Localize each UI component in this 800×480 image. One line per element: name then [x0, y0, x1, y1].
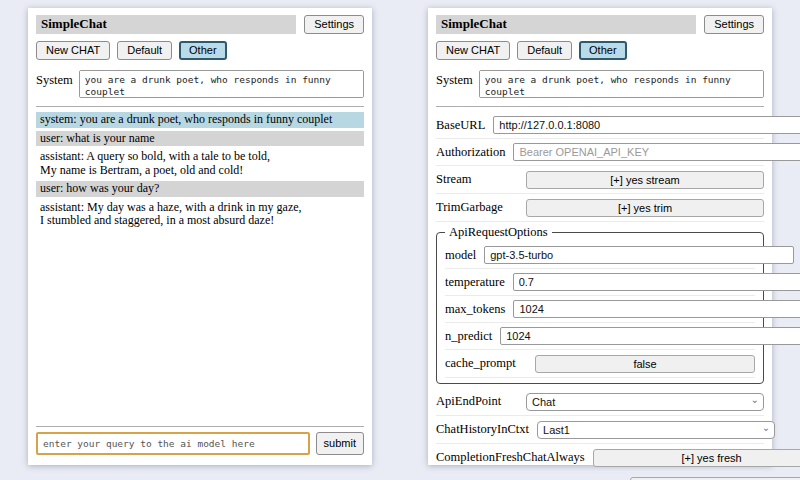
setting-row-baseurl: BaseURL [436, 112, 764, 139]
session-row: New CHAT Default Other [36, 41, 364, 60]
setting-label: ApiEndPoint [436, 394, 501, 409]
divider [36, 426, 364, 427]
chat-history-in-ctxt-select[interactable]: Last1 [537, 421, 775, 439]
setting-row-temperature: temperature [445, 269, 755, 296]
new-chat-button[interactable]: New CHAT [436, 41, 510, 60]
desktop-background: SimpleChat Settings New CHAT Default Oth… [0, 0, 800, 480]
settings-list: BaseURL Authorization Stream [+] yes str… [436, 112, 764, 480]
setting-label: cache_prompt [445, 356, 516, 371]
setting-row-model: model [445, 242, 755, 269]
session-button-other[interactable]: Other [179, 41, 227, 60]
api-request-options-legend: ApiRequestOptions [445, 225, 552, 240]
app-title: SimpleChat [436, 15, 696, 34]
setting-row-n-predict: n_predict [445, 323, 755, 350]
model-input[interactable] [484, 246, 794, 264]
setting-row-authorization: Authorization [436, 139, 764, 166]
settings-button[interactable]: Settings [304, 15, 364, 34]
chat-message-assistant: assistant: My day was a haze, with a dri… [36, 200, 364, 229]
setting-label: BaseURL [436, 118, 485, 133]
trimgarbage-toggle-button[interactable]: [+] yes trim [526, 199, 764, 217]
api-endpoint-select[interactable]: Chat [526, 393, 764, 411]
system-prompt-row: System you are a drunk poet, who respond… [36, 70, 364, 98]
cache-prompt-toggle-button[interactable]: false [535, 355, 755, 373]
setting-label: max_tokens [445, 302, 505, 317]
max-tokens-input[interactable] [513, 300, 800, 318]
temperature-input[interactable] [513, 273, 800, 291]
setting-row-max-tokens: max_tokens [445, 296, 755, 323]
system-label: System [36, 70, 73, 88]
chat-message-user: user: how was your day? [36, 181, 364, 197]
setting-row-api-endpoint: ApiEndPoint Chat ⌄ [436, 388, 764, 416]
session-button-default[interactable]: Default [117, 41, 172, 60]
chat-panel: SimpleChat Settings New CHAT Default Oth… [28, 8, 372, 465]
n-predict-input[interactable] [500, 327, 800, 345]
query-input[interactable] [36, 432, 310, 455]
system-prompt-row: System you are a drunk poet, who respond… [436, 70, 764, 98]
setting-label: CompletionFreshChatAlways [436, 450, 585, 465]
setting-row-cache-prompt: cache_prompt false [445, 350, 755, 378]
authorization-input[interactable] [513, 143, 800, 161]
query-footer: submit [36, 422, 364, 455]
system-prompt-input[interactable]: you are a drunk poet, who responds in fu… [79, 70, 364, 98]
api-request-options-fieldset: ApiRequestOptions model temperature max_… [436, 225, 764, 384]
setting-label: model [445, 248, 476, 263]
setting-row-completion-insert-standard-role-prefix: CompletionInsertStandardRolePrefix [-] d… [436, 472, 764, 480]
chat-message-list: system: you are a drunk poet, who respon… [36, 112, 364, 422]
system-label: System [436, 70, 473, 88]
session-row: New CHAT Default Other [436, 41, 764, 60]
setting-label: temperature [445, 275, 505, 290]
titlebar: SimpleChat Settings [436, 15, 764, 34]
session-button-default[interactable]: Default [517, 41, 572, 60]
setting-label: n_predict [445, 329, 492, 344]
completion-fresh-chat-always-toggle-button[interactable]: [+] yes fresh [593, 449, 800, 467]
stream-toggle-button[interactable]: [+] yes stream [526, 171, 764, 189]
setting-label: Stream [436, 172, 471, 187]
setting-label: TrimGarbage [436, 200, 503, 215]
new-chat-button[interactable]: New CHAT [36, 41, 110, 60]
setting-label: Authorization [436, 145, 505, 160]
submit-button[interactable]: submit [316, 432, 364, 455]
setting-row-chat-history-in-ctxt: ChatHistoryInCtxt Last1 ⌄ [436, 416, 764, 444]
settings-button[interactable]: Settings [704, 15, 764, 34]
setting-label: ChatHistoryInCtxt [436, 422, 529, 437]
divider [36, 106, 364, 107]
chat-message-assistant: assistant: A query so bold, with a tale … [36, 149, 364, 178]
baseurl-input[interactable] [493, 116, 800, 134]
app-title: SimpleChat [36, 15, 296, 34]
titlebar: SimpleChat Settings [36, 15, 364, 34]
chat-message-system: system: you are a drunk poet, who respon… [36, 112, 364, 128]
system-prompt-input[interactable]: you are a drunk poet, who responds in fu… [479, 70, 764, 98]
divider [436, 106, 764, 107]
setting-row-completion-fresh-chat-always: CompletionFreshChatAlways [+] yes fresh [436, 444, 764, 472]
setting-row-stream: Stream [+] yes stream [436, 166, 764, 194]
chat-message-user: user: what is your name [36, 131, 364, 147]
session-button-other[interactable]: Other [579, 41, 627, 60]
setting-row-trimgarbage: TrimGarbage [+] yes trim [436, 194, 764, 222]
settings-panel: SimpleChat Settings New CHAT Default Oth… [428, 8, 772, 465]
